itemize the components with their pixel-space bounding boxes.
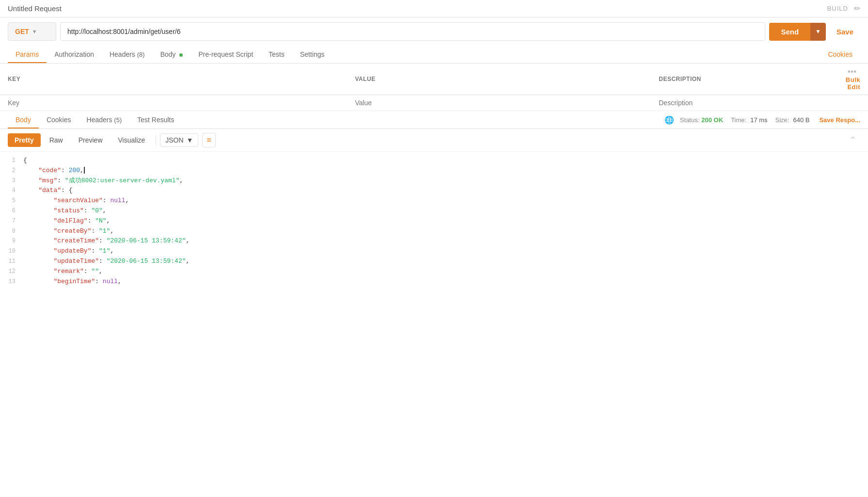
desc-input[interactable]	[659, 99, 817, 107]
size-value: 640 B	[793, 116, 809, 124]
save-response-button[interactable]: Save Respo...	[819, 116, 860, 124]
size-label: Size:	[775, 116, 789, 124]
col-header-key: KEY	[0, 64, 347, 95]
code-line-8: 8 "createBy": "1",	[0, 226, 868, 237]
chevron-down-icon: ▼	[187, 136, 193, 144]
resp-tab-headers[interactable]: Headers (5)	[79, 111, 130, 128]
col-header-actions: ••• Bulk Edit	[824, 64, 868, 95]
table-row	[0, 95, 868, 111]
json-response-body[interactable]: 1 { 2 "code": 200, 3 "msg": "成功8002:user…	[0, 152, 868, 355]
send-button[interactable]: Send	[769, 23, 810, 41]
toolbar-separator	[156, 135, 156, 145]
save-button[interactable]: Save	[830, 23, 860, 41]
tab-params[interactable]: Params	[8, 46, 47, 63]
time-label: Time:	[731, 116, 746, 124]
url-bar: GET ▼ Send ▼ Save	[0, 17, 868, 46]
key-input[interactable]	[8, 99, 339, 107]
code-line-7: 7 "delFlag": "N",	[0, 216, 868, 226]
tab-authorization[interactable]: Authorization	[47, 46, 102, 63]
code-line-4: 4 "data": {	[0, 186, 868, 196]
wrap-button[interactable]: ≡	[202, 133, 215, 147]
response-status-bar: 🌐 Status: 200 OK Time: 17 ms Size: 640 B…	[664, 115, 860, 125]
send-btn-group: Send ▼	[769, 23, 826, 41]
url-input[interactable]	[60, 22, 765, 41]
status-label: Status:	[680, 116, 699, 124]
code-line-11: 11 "updateTime": "2020-06-15 13:59:42",	[0, 257, 868, 267]
code-line-12: 12 "remark": "",	[0, 267, 868, 277]
col-header-value: VALUE	[347, 64, 651, 95]
json-format-label: JSON	[165, 136, 183, 144]
visualize-button[interactable]: Visualize	[111, 133, 152, 147]
code-line-1: 1 {	[0, 156, 868, 166]
resp-tab-body[interactable]: Body	[8, 111, 39, 128]
send-dropdown-button[interactable]: ▼	[810, 23, 826, 41]
params-table: KEY VALUE DESCRIPTION ••• Bulk Edit	[0, 64, 868, 111]
edit-icon[interactable]: ✏	[854, 4, 860, 13]
app-header: Untitled Request BUILD ✏	[0, 0, 868, 17]
tab-tests[interactable]: Tests	[261, 46, 292, 63]
method-label: GET	[15, 28, 29, 35]
resp-tab-test-results[interactable]: Test Results	[129, 111, 182, 128]
tab-cookies[interactable]: Cookies	[820, 46, 860, 63]
more-options-icon[interactable]: •••	[848, 67, 856, 76]
resp-tab-cookies[interactable]: Cookies	[39, 111, 79, 128]
tab-prerequest[interactable]: Pre-request Script	[190, 46, 261, 63]
globe-icon: 🌐	[664, 115, 674, 125]
code-line-2: 2 "code": 200,	[0, 166, 868, 176]
tab-settings[interactable]: Settings	[292, 46, 332, 63]
method-select[interactable]: GET ▼	[8, 22, 56, 41]
response-tabs-row: Body Cookies Headers (5) Test Results 🌐 …	[0, 111, 868, 129]
pretty-button[interactable]: Pretty	[8, 133, 41, 147]
panel-collapse-button[interactable]: ⌃	[845, 133, 860, 147]
code-line-5: 5 "searchValue": null,	[0, 196, 868, 206]
bulk-edit-button[interactable]: Bulk Edit	[846, 76, 860, 91]
value-input[interactable]	[355, 99, 643, 107]
app-title: Untitled Request	[8, 4, 827, 13]
code-line-13: 13 "beginTime": null,	[0, 277, 868, 287]
tab-body[interactable]: Body	[153, 46, 191, 63]
request-tabs: Params Authorization Headers (8) Body Pr…	[0, 46, 868, 64]
header-actions: BUILD ✏	[827, 4, 860, 13]
chevron-down-icon: ▼	[32, 29, 37, 34]
build-button[interactable]: BUILD	[827, 5, 848, 12]
code-line-6: 6 "status": "0",	[0, 206, 868, 216]
col-header-desc: DESCRIPTION	[651, 64, 824, 95]
json-format-select[interactable]: JSON ▼	[160, 133, 198, 147]
time-value: 17 ms	[750, 116, 767, 124]
code-line-10: 10 "updateBy": "1",	[0, 246, 868, 257]
preview-button[interactable]: Preview	[72, 133, 110, 147]
raw-button[interactable]: Raw	[43, 133, 70, 147]
params-section: KEY VALUE DESCRIPTION ••• Bulk Edit	[0, 64, 868, 111]
format-toolbar: Pretty Raw Preview Visualize JSON ▼ ≡ ⌃	[0, 129, 868, 152]
status-value: 200 OK	[701, 116, 723, 124]
tab-headers[interactable]: Headers (8)	[102, 46, 153, 63]
code-line-3: 3 "msg": "成功8002:user-server-dev.yaml",	[0, 176, 868, 186]
code-line-9: 9 "createTime": "2020-06-15 13:59:42",	[0, 236, 868, 246]
